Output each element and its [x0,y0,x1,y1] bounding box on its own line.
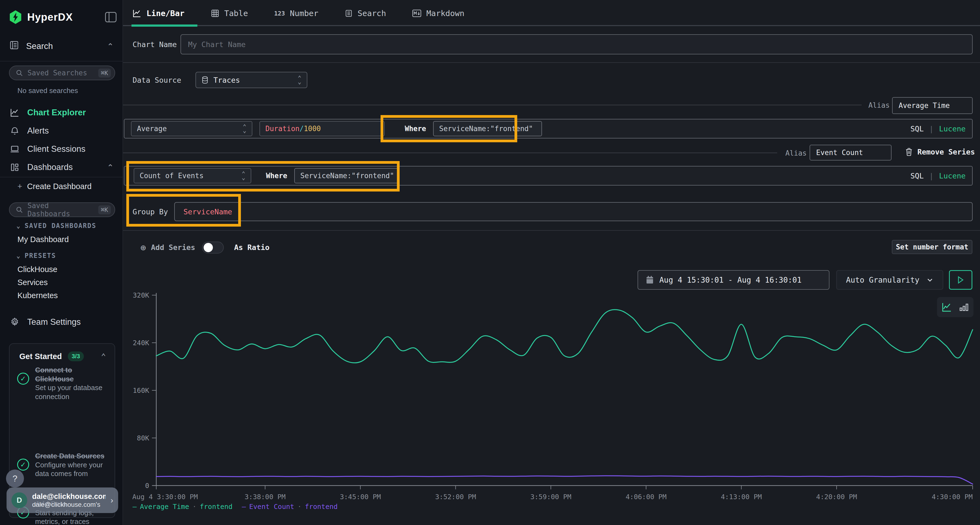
legend-dash-icon: — [242,503,246,511]
chart-name-label: Chart Name [132,40,177,49]
get-started-item[interactable]: ✓ Connect to ClickHouse Set up your data… [17,366,108,401]
alias-input-2[interactable]: Event Count [810,145,891,160]
sidebar-item-label: Client Sessions [27,144,86,154]
chevron-down-icon: ⌄ [16,222,21,230]
play-icon [957,276,964,284]
tab-label: Number [290,9,318,18]
tab-label: Search [358,9,386,18]
get-started-item[interactable]: ✓ Create Data Sources Configure where yo… [17,452,108,478]
trash-icon [905,148,913,156]
aggregation-select-1[interactable]: Average ⌃⌄ [131,121,252,136]
where-input-2[interactable]: ServiceName:"frontend" [294,168,399,183]
user-profile-chip[interactable]: D dale@clickhouse.com dale@clickhouse.co… [6,487,118,513]
run-query-button[interactable] [949,270,972,290]
select-chevrons-icon: ⌃⌄ [243,125,247,132]
data-source-value: Traces [213,76,240,84]
field-input-1[interactable]: Duration/1000 [259,121,385,136]
tab-label: Markdown [426,9,465,18]
sidebar-item-client-sessions[interactable]: Client Sessions [9,144,86,154]
presets-section-header[interactable]: ⌄ PRESETS [16,252,56,260]
date-range-value: Aug 4 15:30:01 - Aug 4 16:30:01 [659,276,802,284]
chart-name-input[interactable] [181,40,972,49]
sidebar-item-dashboards[interactable]: Dashboards ⌃ [9,162,114,172]
tab-line-bar[interactable]: Line/Bar [132,9,185,18]
remove-series-button[interactable]: Remove Series [905,148,975,156]
saved-dashboards-placeholder: Saved Dashboards [27,201,94,218]
saved-searches-placeholder: Saved Searches [27,69,94,77]
task-desc: Configure where your data comes from [35,461,103,478]
sidebar-item-my-dashboard[interactable]: My Dashboard [18,235,69,244]
sidebar-item-services[interactable]: Services [18,278,48,287]
shortcut-badge: ⌘K [98,68,111,78]
sidebar: HyperDX Search ⌃ Saved Searches ⌘K No sa… [0,0,123,525]
sidebar-item-chart-explorer[interactable]: Chart Explorer [9,108,86,117]
where-input-1[interactable]: ServiceName:"frontend" [433,121,542,136]
where-label: Where [266,172,287,180]
section-label: SAVED DASHBOARDS [24,222,96,230]
lucene-option[interactable]: Lucene [939,125,966,133]
no-saved-searches-text: No saved searches [18,87,78,95]
sidebar-item-kubernetes[interactable]: Kubernetes [18,291,58,300]
legend-item-average-time[interactable]: — Average Time · frontend [132,503,232,511]
set-number-format-button[interactable]: Set number format [892,240,972,254]
group-by-label: Group By [132,208,168,216]
create-dashboard-button[interactable]: + Create Dashboard [18,182,92,191]
chart-name-field[interactable] [180,34,973,54]
chart-display-toggle [937,297,974,317]
legend-group: frontend [200,503,232,511]
legend-separator: · [298,503,302,511]
task-title: Connect to ClickHouse [35,366,74,383]
bell-icon [9,126,20,136]
line-chart-toggle-icon[interactable] [941,302,952,312]
check-circle-icon: ✓ [17,458,29,471]
app-logo[interactable]: HyperDX [9,10,73,24]
alias-label: Alias [785,149,807,157]
separator: | [929,172,934,180]
tab-table[interactable]: Table [211,9,248,18]
date-range-picker[interactable]: Aug 4 15:30:01 - Aug 4 16:30:01 [638,270,829,290]
section-label: PRESETS [24,252,56,260]
sidebar-item-alerts[interactable]: Alerts [9,126,49,136]
sidebar-item-team-settings[interactable]: Team Settings [9,317,81,327]
group-by-value: ServiceName [175,208,232,216]
tab-label: Table [224,9,248,18]
saved-dashboards-input[interactable]: Saved Dashboards ⌘K [9,202,115,217]
sidebar-item-label: Dashboards [27,162,73,172]
sql-option[interactable]: SQL [910,125,924,133]
group-by-field[interactable]: ServiceName [174,202,973,221]
sql-option[interactable]: SQL [910,172,924,180]
divider [123,105,862,105]
saved-searches-input[interactable]: Saved Searches ⌘K [9,65,115,80]
tab-markdown[interactable]: Markdown [412,9,465,18]
alias-input-1[interactable]: Average Time [892,97,973,114]
chevron-up-icon[interactable]: ⌃ [107,41,114,51]
help-button[interactable]: ? [6,469,24,487]
tab-label: Line/Bar [146,9,185,18]
separator: | [929,125,934,133]
gear-icon [9,317,20,327]
sidebar-collapse-icon[interactable] [105,12,116,22]
add-series-button[interactable]: ⊕ Add Series [140,243,195,252]
sidebar-section-search[interactable]: Search ⌃ [9,40,114,52]
lucene-option[interactable]: Lucene [939,172,966,180]
chart-line-icon [9,108,20,117]
laptop-icon [9,144,20,154]
tab-number[interactable]: 123 Number [274,9,318,18]
sidebar-item-clickhouse[interactable]: ClickHouse [18,265,57,274]
aggregation-select-2[interactable]: Count of Events ⌃⌄ [134,168,251,183]
tab-search[interactable]: Search [345,9,386,18]
as-ratio-label: As Ratio [234,243,269,252]
saved-dashboards-section-header[interactable]: ⌄ SAVED DASHBOARDS [16,222,96,230]
language-switch-2: SQL | Lucene [910,172,966,180]
granularity-select[interactable]: Auto Granularity [836,270,943,290]
where-value: ServiceName:"frontend" [300,172,394,180]
bar-chart-toggle-icon[interactable] [959,302,969,312]
divider [0,177,123,178]
chevron-up-icon[interactable]: ⌃ [101,352,106,361]
legend-label: Average Time [140,503,189,511]
divider [123,230,980,231]
chevron-up-icon[interactable]: ⌃ [107,163,114,172]
as-ratio-toggle[interactable] [202,241,224,254]
legend-item-event-count[interactable]: — Event Count · frontend [242,503,337,511]
data-source-select[interactable]: Traces ⌃⌄ [196,72,307,88]
